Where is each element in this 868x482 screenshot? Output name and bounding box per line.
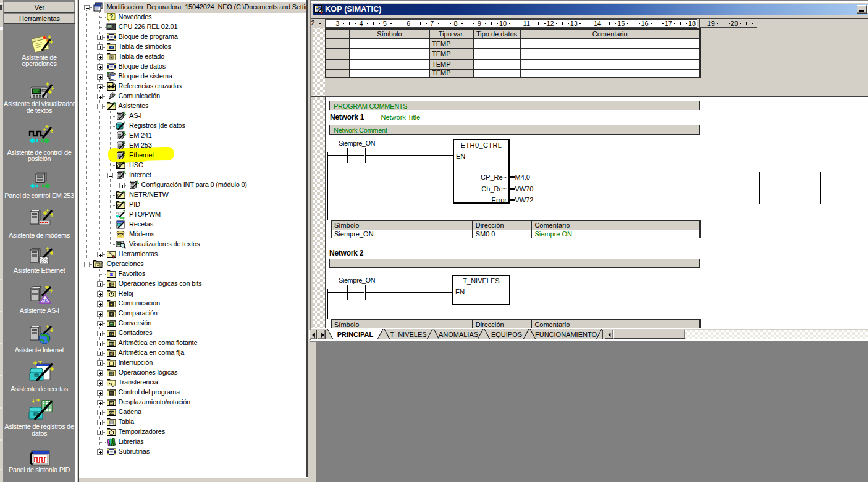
svg-text:?: ? bbox=[109, 14, 112, 20]
svg-text:±R: ±R bbox=[109, 342, 114, 346]
svg-text:AB: AB bbox=[109, 411, 114, 415]
svg-text:<: < bbox=[110, 312, 112, 316]
svg-text:1r: 1r bbox=[110, 391, 113, 395]
svg-text:+1: +1 bbox=[109, 332, 113, 336]
svg-text:ASi: ASi bbox=[42, 299, 48, 302]
svg-text:±I: ±I bbox=[110, 352, 112, 355]
svg-text:10: 10 bbox=[109, 372, 113, 375]
svg-text:-11: -11 bbox=[109, 283, 114, 286]
